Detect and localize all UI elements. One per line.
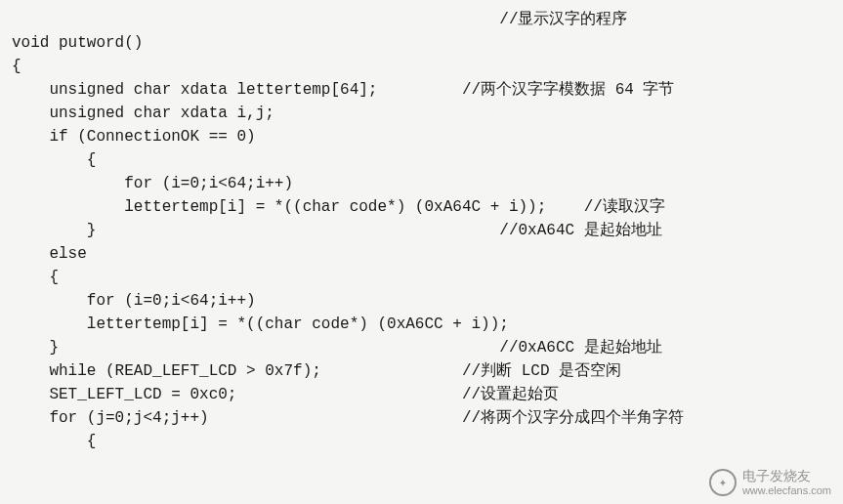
code-line: unsigned char xdata i,j; bbox=[12, 102, 831, 125]
watermark: ✦ 电子发烧友 www.elecfans.com bbox=[709, 469, 831, 496]
code-line: { bbox=[12, 266, 831, 289]
code-line: { bbox=[12, 55, 831, 78]
code-line: { bbox=[12, 430, 831, 453]
watermark-text: 电子发烧友 www.elecfans.com bbox=[742, 469, 831, 495]
code-line: //显示汉字的程序 bbox=[12, 8, 831, 31]
code-line: for (i=0;i<64;i++) bbox=[12, 172, 831, 195]
code-line: } //0xA64C 是起始地址 bbox=[12, 219, 831, 242]
watermark-brand-url: www.elecfans.com bbox=[742, 484, 831, 496]
code-line: for (i=0;i<64;i++) bbox=[12, 289, 831, 313]
code-line: unsigned char xdata lettertemp[64]; //两个… bbox=[12, 78, 831, 102]
code-line: lettertemp[i] = *((char code*) (0xA6CC +… bbox=[12, 313, 831, 336]
watermark-icon: ✦ bbox=[709, 469, 737, 496]
code-line: { bbox=[12, 148, 831, 172]
code-line: } //0xA6CC 是起始地址 bbox=[12, 336, 831, 359]
watermark-glyph: ✦ bbox=[719, 473, 727, 493]
code-line: if (ConnectionOK == 0) bbox=[12, 125, 831, 148]
code-line: for (j=0;j<4;j++) //将两个汉字分成四个半角字符 bbox=[12, 406, 831, 430]
code-line: else bbox=[12, 242, 831, 266]
code-block: //显示汉字的程序void putword(){ unsigned char x… bbox=[12, 8, 831, 453]
code-line: SET_LEFT_LCD = 0xc0; //设置起始页 bbox=[12, 383, 831, 406]
code-line: lettertemp[i] = *((char code*) (0xA64C +… bbox=[12, 195, 831, 219]
code-line: while (READ_LEFT_LCD > 0x7f); //判断 LCD 是… bbox=[12, 359, 831, 383]
watermark-brand-cn: 电子发烧友 bbox=[742, 469, 831, 483]
code-line: void putword() bbox=[12, 31, 831, 55]
